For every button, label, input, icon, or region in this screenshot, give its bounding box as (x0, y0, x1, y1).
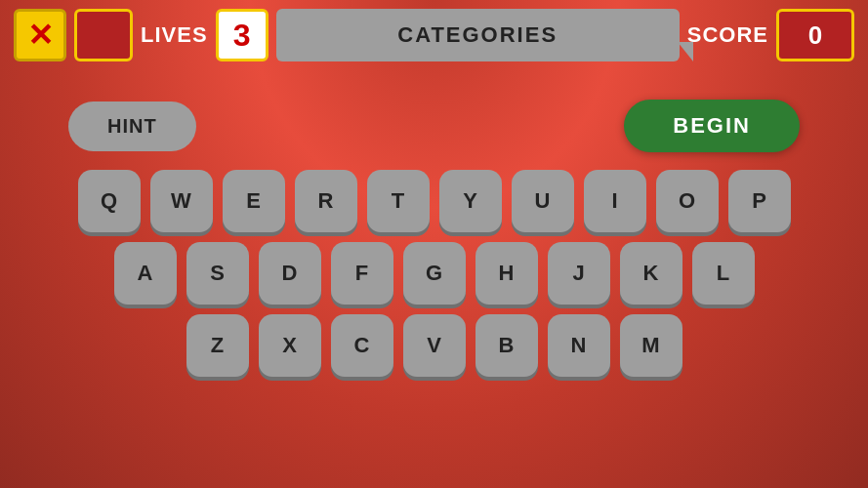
hint-button[interactable]: HINT (68, 102, 196, 151)
key-R[interactable]: R (295, 170, 357, 232)
action-row: HINT BEGIN (59, 100, 809, 152)
hint-label: HINT (107, 115, 157, 137)
score-label: SCORE (687, 22, 768, 48)
categories-label: CATEGORIES (397, 22, 558, 48)
key-X[interactable]: X (259, 314, 321, 377)
key-P[interactable]: P (728, 170, 791, 232)
keyboard: QWERTYUIOP ASDFGHJKL ZXCVBNM (78, 170, 791, 377)
key-I[interactable]: I (584, 170, 646, 232)
key-K[interactable]: K (620, 242, 682, 305)
key-W[interactable]: W (150, 170, 213, 232)
main-content: HINT BEGIN QWERTYUIOP ASDFGHJKL ZXCVBNM (0, 70, 868, 488)
categories-button[interactable]: CATEGORIES (276, 9, 680, 61)
top-bar: ✕ LIVES 3 CATEGORIES SCORE 0 (0, 0, 868, 70)
key-H[interactable]: H (475, 242, 538, 305)
key-D[interactable]: D (259, 242, 321, 305)
key-A[interactable]: A (114, 242, 177, 305)
key-U[interactable]: U (512, 170, 574, 232)
close-button[interactable]: ✕ (14, 9, 66, 61)
keyboard-row-2: ASDFGHJKL (114, 242, 755, 305)
categories-arrow-icon (678, 42, 693, 61)
key-G[interactable]: G (403, 242, 466, 305)
key-L[interactable]: L (692, 242, 755, 305)
key-B[interactable]: B (475, 314, 538, 377)
key-N[interactable]: N (548, 314, 610, 377)
keyboard-row-1: QWERTYUIOP (78, 170, 791, 232)
key-V[interactable]: V (403, 314, 466, 377)
begin-label: BEGIN (673, 113, 751, 138)
key-Z[interactable]: Z (186, 314, 249, 377)
key-O[interactable]: O (656, 170, 719, 232)
lives-count-value: 3 (233, 18, 251, 54)
red-indicator-box (74, 9, 133, 61)
begin-button[interactable]: BEGIN (624, 100, 800, 152)
key-J[interactable]: J (548, 242, 610, 305)
key-E[interactable]: E (223, 170, 285, 232)
key-C[interactable]: C (331, 314, 393, 377)
key-M[interactable]: M (620, 314, 682, 377)
lives-label: LIVES (141, 22, 208, 48)
key-T[interactable]: T (367, 170, 430, 232)
lives-count: 3 (216, 9, 269, 61)
close-icon: ✕ (27, 20, 54, 51)
score-value: 0 (776, 9, 854, 61)
score-number: 0 (808, 20, 822, 51)
key-Y[interactable]: Y (439, 170, 502, 232)
key-Q[interactable]: Q (78, 170, 141, 232)
keyboard-row-3: ZXCVBNM (186, 314, 682, 377)
key-F[interactable]: F (331, 242, 393, 305)
key-S[interactable]: S (186, 242, 249, 305)
